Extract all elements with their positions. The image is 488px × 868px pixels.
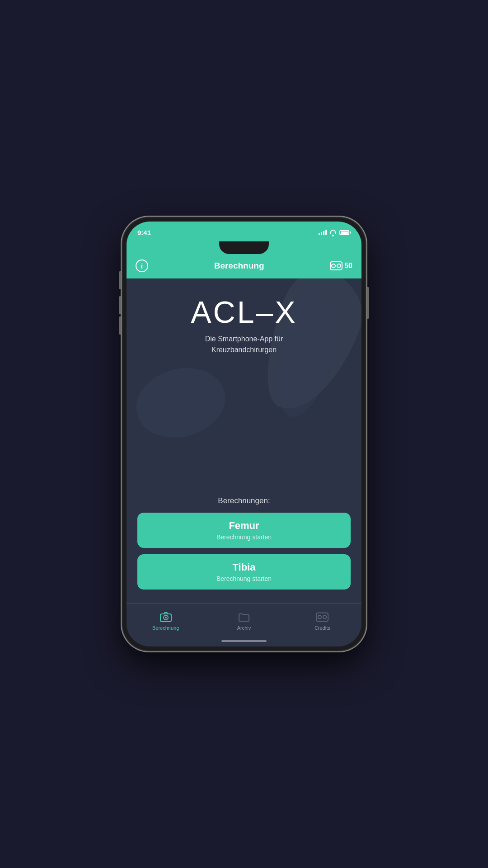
svg-point-5 xyxy=(165,617,167,618)
tab-credits[interactable]: Credits xyxy=(283,611,361,631)
credits-nav-icon xyxy=(330,261,343,270)
phone-screen: 9:41 i Berech xyxy=(127,222,361,646)
tibia-button[interactable]: Tibia Berechnung starten xyxy=(137,554,351,590)
nav-title: Berechnung xyxy=(214,261,264,271)
svg-point-2 xyxy=(337,264,341,268)
tab-archiv[interactable]: Archiv xyxy=(205,611,283,631)
app-title: ACL–X xyxy=(191,297,297,327)
status-time: 9:41 xyxy=(137,229,151,236)
home-indicator xyxy=(127,636,361,646)
notch xyxy=(219,241,269,254)
info-button[interactable]: i xyxy=(136,259,148,272)
app-subtitle: Die Smartphone-App für Kreuzbandchirurge… xyxy=(191,334,297,355)
credits-tab-icon xyxy=(316,611,328,623)
tab-berechnung-label: Berechnung xyxy=(152,625,179,631)
battery-icon xyxy=(339,230,351,235)
femur-button[interactable]: Femur Berechnung starten xyxy=(137,513,351,548)
credits-count: 50 xyxy=(344,262,352,270)
phone-frame: 9:41 i Berech xyxy=(122,217,366,651)
notch-container xyxy=(127,241,361,255)
camera-icon xyxy=(160,611,172,623)
tab-archiv-label: Archiv xyxy=(237,625,251,631)
svg-point-8 xyxy=(323,615,326,618)
wifi-icon xyxy=(329,230,337,235)
buttons-section: Femur Berechnung starten Tibia Berechnun… xyxy=(137,513,351,594)
signal-icon xyxy=(319,230,327,235)
femur-button-subtitle: Berechnung starten xyxy=(216,533,272,541)
section-label: Berechnungen: xyxy=(218,496,270,505)
tab-berechnung[interactable]: Berechnung xyxy=(127,611,205,631)
tab-bar: Berechnung Archiv xyxy=(127,603,361,636)
main-content: ACL–X Die Smartphone-App für Kreuzbandch… xyxy=(127,278,361,603)
nav-bar: i Berechnung 50 xyxy=(127,255,361,278)
tibia-button-title: Tibia xyxy=(233,561,256,573)
home-bar xyxy=(221,640,267,642)
tab-credits-label: Credits xyxy=(314,625,330,631)
status-icons xyxy=(319,230,351,235)
femur-button-title: Femur xyxy=(229,520,259,532)
svg-point-7 xyxy=(318,615,321,618)
app-logo-section: ACL–X Die Smartphone-App für Kreuzbandch… xyxy=(191,297,297,355)
folder-icon xyxy=(238,611,250,623)
credits-button[interactable]: 50 xyxy=(330,261,352,270)
svg-point-1 xyxy=(332,264,335,268)
tibia-button-subtitle: Berechnung starten xyxy=(216,575,272,582)
status-bar: 9:41 xyxy=(127,222,361,241)
